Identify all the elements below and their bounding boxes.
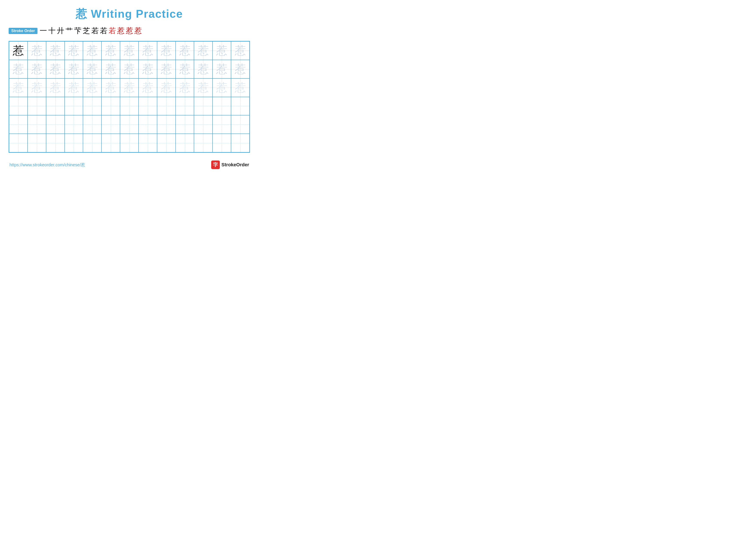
practice-char: 惹 xyxy=(105,82,116,93)
grid-cell[interactable]: 惹 xyxy=(212,41,231,60)
grid-cell[interactable]: 惹 xyxy=(120,78,139,97)
grid-cell[interactable]: 惹 xyxy=(120,41,139,60)
grid-cell[interactable]: 惹 xyxy=(28,78,46,97)
stroke-chars: 一 十 廾 艹 芐 芝 若 若 若 惹 惹 惹 xyxy=(40,26,142,36)
grid-cell[interactable]: 惹 xyxy=(46,78,65,97)
grid-cell[interactable]: 惹 xyxy=(176,41,194,60)
grid-cell[interactable] xyxy=(101,115,120,134)
practice-char: 惹 xyxy=(142,64,153,75)
grid-cell[interactable] xyxy=(194,97,212,115)
grid-cell[interactable] xyxy=(176,115,194,134)
grid-cell[interactable] xyxy=(28,97,46,115)
grid-cell[interactable] xyxy=(83,134,101,152)
grid-cell[interactable] xyxy=(101,97,120,115)
practice-char: 惹 xyxy=(13,82,24,93)
grid-cell[interactable] xyxy=(139,97,157,115)
grid-cell[interactable]: 惹 xyxy=(120,60,139,78)
stroke-6: 芝 xyxy=(83,26,90,36)
grid-cell[interactable]: 惹 xyxy=(231,41,250,60)
grid-cell[interactable] xyxy=(120,134,139,152)
grid-cell[interactable]: 惹 xyxy=(46,60,65,78)
grid-cell[interactable] xyxy=(101,134,120,152)
grid-cell[interactable] xyxy=(28,134,46,152)
grid-cell[interactable] xyxy=(65,97,83,115)
grid-cell[interactable] xyxy=(157,134,176,152)
grid-cell[interactable] xyxy=(83,115,101,134)
grid-cell[interactable] xyxy=(231,134,250,152)
grid-cell[interactable]: 惹 xyxy=(65,41,83,60)
grid-cell[interactable] xyxy=(65,115,83,134)
practice-char: 惹 xyxy=(124,64,135,75)
grid-cell[interactable] xyxy=(157,97,176,115)
practice-char: 惹 xyxy=(105,64,116,75)
grid-cell[interactable] xyxy=(212,115,231,134)
grid-cell[interactable]: 惹 xyxy=(65,60,83,78)
grid-cell[interactable]: 惹 xyxy=(139,41,157,60)
grid-cell[interactable] xyxy=(65,134,83,152)
grid-cell[interactable] xyxy=(28,115,46,134)
practice-char: 惹 xyxy=(31,82,42,93)
grid-cell[interactable] xyxy=(212,134,231,152)
grid-cell[interactable] xyxy=(231,115,250,134)
stroke-5: 芐 xyxy=(74,26,81,36)
grid-cell[interactable]: 惹 xyxy=(9,60,28,78)
grid-cell[interactable]: 惹 xyxy=(231,60,250,78)
grid-cell[interactable]: 惹 xyxy=(194,41,212,60)
grid-cell[interactable]: 惹 xyxy=(194,60,212,78)
grid-cell[interactable]: 惹 xyxy=(176,78,194,97)
grid-cell[interactable] xyxy=(46,115,65,134)
grid-cell[interactable]: 惹 xyxy=(139,60,157,78)
grid-cell[interactable] xyxy=(46,97,65,115)
grid-cell[interactable] xyxy=(120,97,139,115)
grid-cell[interactable] xyxy=(194,115,212,134)
stroke-7: 若 xyxy=(92,26,99,36)
grid-cell[interactable]: 惹 xyxy=(9,78,28,97)
grid-cell[interactable] xyxy=(231,97,250,115)
grid-cell[interactable]: 惹 xyxy=(212,60,231,78)
brand-name: StrokeOrder xyxy=(222,162,249,167)
grid-row-6 xyxy=(9,134,250,152)
grid-cell[interactable] xyxy=(176,134,194,152)
grid-cell[interactable] xyxy=(194,134,212,152)
grid-cell[interactable] xyxy=(120,115,139,134)
grid-cell[interactable] xyxy=(46,134,65,152)
footer-url[interactable]: https://www.strokeorder.com/chinese/惹 xyxy=(10,162,85,168)
grid-cell[interactable]: 惹 xyxy=(65,78,83,97)
grid-cell[interactable] xyxy=(139,134,157,152)
grid-cell[interactable]: 惹 xyxy=(157,41,176,60)
grid-cell[interactable]: 惹 xyxy=(101,60,120,78)
grid-cell[interactable]: 惹 xyxy=(83,60,101,78)
grid-cell[interactable] xyxy=(9,97,28,115)
grid-cell[interactable] xyxy=(83,97,101,115)
grid-cell[interactable] xyxy=(139,115,157,134)
grid-cell[interactable]: 惹 xyxy=(176,60,194,78)
grid-cell[interactable]: 惹 xyxy=(139,78,157,97)
brand-icon: 字 xyxy=(211,161,220,169)
grid-cell[interactable]: 惹 xyxy=(231,78,250,97)
practice-char: 惹 xyxy=(124,45,135,56)
grid-cell[interactable]: 惹 xyxy=(83,78,101,97)
practice-char: 惹 xyxy=(198,82,209,93)
grid-cell[interactable]: 惹 xyxy=(157,78,176,97)
grid-cell[interactable] xyxy=(176,97,194,115)
grid-cell[interactable]: 惹 xyxy=(101,41,120,60)
grid-cell[interactable] xyxy=(9,115,28,134)
grid-cell[interactable]: 惹 xyxy=(157,60,176,78)
practice-char: 惹 xyxy=(124,82,135,93)
stroke-11: 惹 xyxy=(126,26,133,36)
grid-cell[interactable]: 惹 xyxy=(28,41,46,60)
grid-cell[interactable]: 惹 xyxy=(101,78,120,97)
stroke-4: 艹 xyxy=(66,26,73,36)
grid-cell[interactable]: 惹 xyxy=(83,41,101,60)
grid-cell[interactable]: 惹 xyxy=(212,78,231,97)
grid-cell[interactable]: 惹 xyxy=(28,60,46,78)
grid-cell[interactable] xyxy=(157,115,176,134)
grid-cell[interactable]: 惹 xyxy=(9,41,28,60)
grid-cell[interactable]: 惹 xyxy=(46,41,65,60)
grid-row-2: 惹 惹 惹 惹 惹 惹 惹 惹 惹 惹 惹 惹 惹 xyxy=(9,60,250,78)
practice-char: 惹 xyxy=(13,45,24,56)
grid-cell[interactable] xyxy=(9,134,28,152)
practice-char: 惹 xyxy=(235,45,246,56)
grid-cell[interactable] xyxy=(212,97,231,115)
grid-cell[interactable]: 惹 xyxy=(194,78,212,97)
